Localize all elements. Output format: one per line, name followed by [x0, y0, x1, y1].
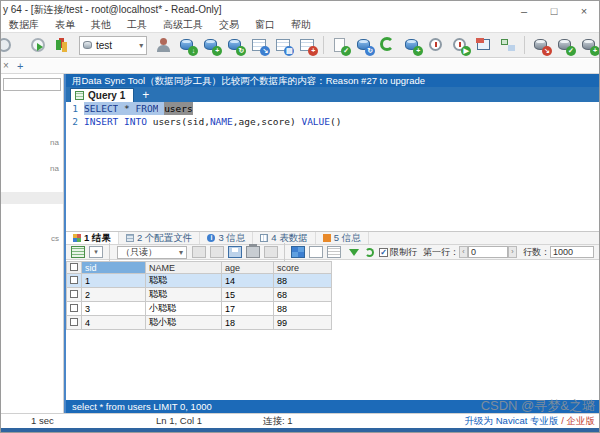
menu-item-窗口[interactable]: 窗口	[247, 17, 283, 32]
menu-item-高级工具[interactable]: 高级工具	[155, 17, 211, 32]
cell-name[interactable]: 聪聪	[146, 274, 222, 288]
limit-rows-checkbox[interactable]: ✓	[379, 248, 388, 257]
sidebar-selected-item[interactable]	[1, 192, 64, 204]
cell-sid[interactable]: 2	[82, 288, 146, 302]
export-wizard-icon[interactable]	[29, 35, 49, 55]
import-wizard-icon[interactable]	[53, 35, 73, 55]
server-backup-icon[interactable]: ↘	[531, 35, 551, 55]
first-row-increment[interactable]: ›	[508, 246, 517, 258]
table-row[interactable]: 2聪聪1568	[67, 288, 332, 302]
apply-changes-icon[interactable]	[192, 246, 206, 258]
text-view-icon[interactable]	[327, 246, 341, 258]
cell-score[interactable]: 99	[274, 316, 332, 330]
grid-view-dropdown-icon[interactable]: ▾	[89, 246, 103, 258]
sidebar-search-input[interactable]	[3, 78, 61, 91]
cell-sid[interactable]: 1	[82, 274, 146, 288]
new-query-icon[interactable]: +	[201, 35, 221, 55]
menu-item-表单[interactable]: 表单	[47, 17, 83, 32]
editor-line[interactable]: 2INSERT INTO users(sid,NAME,age,score) V…	[66, 115, 599, 128]
cell-score[interactable]: 88	[274, 274, 332, 288]
user-icon[interactable]	[153, 35, 173, 55]
column-header-name[interactable]: NAME	[146, 262, 222, 274]
first-row-decrement[interactable]: ‹	[459, 246, 468, 258]
first-row-input[interactable]: 0	[468, 246, 508, 258]
menu-item-数据库[interactable]: 数据库	[1, 17, 47, 32]
editor-line[interactable]: 1SELECT * FROM users	[66, 102, 599, 115]
tab-query-1[interactable]: Query 1	[70, 88, 134, 102]
form-view-icon[interactable]	[309, 246, 323, 258]
new-object-tab-button[interactable]: +	[17, 60, 23, 72]
server-restore-icon[interactable]: ✓	[555, 35, 575, 55]
view-design-icon[interactable]: ▤	[273, 35, 293, 55]
table-design-icon[interactable]: ↘	[249, 35, 269, 55]
sidebar-item-fragment[interactable]: cs	[51, 234, 59, 243]
checkbox-icon[interactable]	[70, 318, 78, 326]
select-all-header[interactable]	[67, 262, 82, 274]
model-icon[interactable]	[498, 35, 518, 55]
db-sync-icon[interactable]: ↻	[225, 35, 245, 55]
partial-tab-close-icon[interactable]: ×	[3, 60, 9, 71]
result-tab-5 信息[interactable]: 5 信息	[316, 232, 369, 244]
checkbox-icon[interactable]	[70, 263, 78, 271]
column-header-sid[interactable]: sid	[82, 262, 146, 274]
sidebar-item-fragment[interactable]: na	[50, 164, 59, 173]
refresh-icon[interactable]	[378, 35, 398, 55]
materialized-view-icon[interactable]: +	[297, 35, 317, 55]
result-tab-2 个配置文件[interactable]: 2 个配置文件	[119, 232, 200, 244]
cell-sid[interactable]: 4	[82, 316, 146, 330]
partial-wheel-icon[interactable]	[5, 35, 25, 55]
cell-age[interactable]: 15	[222, 288, 274, 302]
data-transfer-icon[interactable]: ↻	[354, 35, 374, 55]
sort-refresh-icon[interactable]	[365, 248, 374, 257]
query-download-icon[interactable]: ↓	[177, 35, 197, 55]
discard-changes-icon[interactable]	[210, 246, 224, 258]
schedule-icon[interactable]: ▶	[450, 35, 470, 55]
server-extract-icon[interactable]: +	[579, 35, 599, 55]
cell-name[interactable]: 聪小聪	[146, 316, 222, 330]
windows-icon[interactable]	[474, 35, 494, 55]
column-header-score[interactable]: score	[274, 262, 332, 274]
table-row[interactable]: 3小聪聪1788	[67, 302, 332, 316]
menu-item-工具[interactable]: 工具	[119, 17, 155, 32]
result-tab-1 结果[interactable]: 1 结果	[66, 232, 119, 244]
grid-view-icon[interactable]	[291, 246, 305, 258]
row-checkbox-cell[interactable]	[67, 316, 82, 330]
upgrade-link-red-text[interactable]: / 企业版	[559, 415, 595, 426]
cell-score[interactable]: 68	[274, 288, 332, 302]
upgrade-banner[interactable]: 用Data Sync Tool（数据同步工具）比较两个数据库的内容：Reason…	[66, 74, 599, 87]
delete-row-icon[interactable]	[246, 246, 260, 258]
connection-select[interactable]: test▾	[79, 36, 147, 55]
checkbox-icon[interactable]	[70, 304, 78, 312]
sql-editor[interactable]: 1SELECT * FROM users2INSERT INTO users(s…	[66, 102, 599, 231]
db-new-icon[interactable]: +	[402, 35, 422, 55]
row-count-input[interactable]: 1000	[550, 246, 594, 258]
report-check-icon[interactable]: ✓	[330, 35, 350, 55]
row-checkbox-cell[interactable]	[67, 274, 82, 288]
cell-name[interactable]: 小聪聪	[146, 302, 222, 316]
cell-age[interactable]: 17	[222, 302, 274, 316]
cell-score[interactable]: 88	[274, 302, 332, 316]
result-tab-3 信息[interactable]: i3 信息	[200, 232, 253, 244]
checkbox-icon[interactable]	[70, 290, 78, 298]
menu-item-交易[interactable]: 交易	[211, 17, 247, 32]
upgrade-link[interactable]: 升级为 Navicat 专业版 / 企业版	[465, 415, 595, 428]
cell-name[interactable]: 聪聪	[146, 288, 222, 302]
export-result-icon[interactable]	[71, 246, 85, 258]
refresh-result-icon[interactable]	[264, 246, 278, 258]
upgrade-link-text[interactable]: 升级为 Navicat 专业版	[465, 415, 559, 426]
table-row[interactable]: 4聪小聪1899	[67, 316, 332, 330]
column-header-age[interactable]: age	[222, 262, 274, 274]
filter-icon[interactable]	[349, 249, 359, 256]
cell-sid[interactable]: 3	[82, 302, 146, 316]
save-icon[interactable]	[228, 246, 242, 258]
menu-item-帮助[interactable]: 帮助	[283, 17, 319, 32]
cell-age[interactable]: 18	[222, 316, 274, 330]
row-checkbox-cell[interactable]	[67, 288, 82, 302]
history-log-icon[interactable]	[426, 35, 446, 55]
table-row[interactable]: 1聪聪1488	[67, 274, 332, 288]
menu-item-其他[interactable]: 其他	[83, 17, 119, 32]
checkbox-icon[interactable]	[70, 276, 78, 284]
sidebar-item-fragment[interactable]: na	[50, 138, 59, 147]
row-checkbox-cell[interactable]	[67, 302, 82, 316]
cell-age[interactable]: 14	[222, 274, 274, 288]
